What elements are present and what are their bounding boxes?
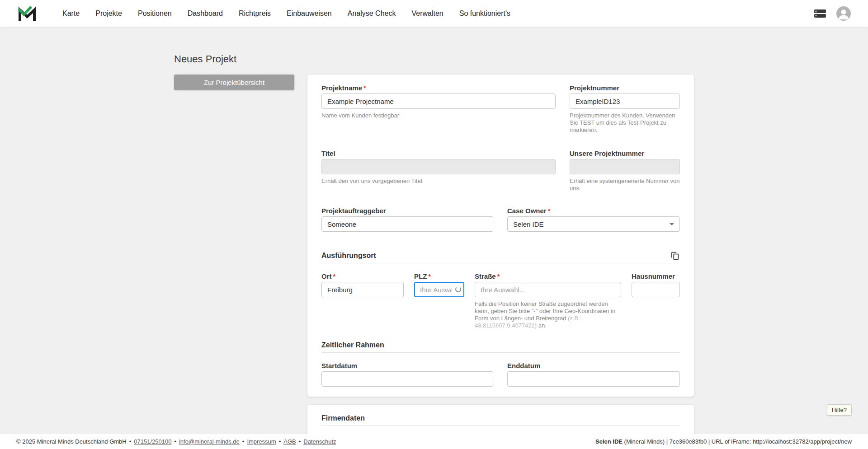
- case-owner-label-text: Case Owner: [507, 207, 547, 215]
- firmendaten-card: Firmendaten: [307, 405, 694, 434]
- nav-item-so-funktionierts[interactable]: So funktioniert's: [459, 0, 510, 27]
- section-divider: [321, 426, 680, 426]
- startdatum-label: Startdatum: [321, 362, 493, 369]
- enddatum-label-text: Enddatum: [507, 362, 540, 369]
- strasse-helper-suffix: an.: [537, 322, 547, 329]
- footer: © 2025 Mineral Minds Deutschland GmbH • …: [0, 434, 868, 449]
- projektname-helper: Name vom Kunden festlegbar: [321, 112, 556, 119]
- user-avatar[interactable]: [836, 6, 851, 21]
- footer-separator: •: [174, 438, 176, 445]
- footer-link-email[interactable]: info@mineral-minds.de: [179, 438, 240, 445]
- ort-label: Ort*: [321, 273, 404, 280]
- footer-separator: •: [242, 438, 245, 445]
- field-plz: PLZ*: [414, 273, 464, 329]
- section-title-ausfuehrungsort: Ausführungsort: [321, 252, 376, 260]
- field-projektnummer: Projektnummer Projektnummer des Kunden. …: [570, 84, 680, 134]
- strasse-helper: Falls die Position keiner Straße zugeord…: [475, 300, 621, 329]
- ort-input[interactable]: [321, 282, 404, 297]
- section-title-firmendaten: Firmendaten: [321, 414, 365, 422]
- footer-session-info: Selen IDE (Mineral Minds) | 7ce360e83fb0…: [595, 438, 852, 445]
- footer-link-phone[interactable]: 07151/250100: [134, 438, 171, 445]
- top-nav: Karte Projekte Positionen Dashboard Rich…: [0, 0, 868, 27]
- field-ort: Ort*: [321, 273, 404, 329]
- main-area: Neues Projekt Zur Projektübersicht Proje…: [0, 27, 868, 434]
- projektnummer-label-text: Projektnummer: [570, 84, 619, 92]
- required-asterisk: *: [548, 207, 551, 215]
- projektname-input[interactable]: [321, 94, 556, 109]
- nav-item-karte[interactable]: Karte: [62, 0, 80, 27]
- projektnummer-helper: Projektnummer des Kunden. Verwenden Sie …: [570, 112, 680, 134]
- footer-link-impressum[interactable]: Impressum: [247, 438, 276, 445]
- section-title-zeitlicher-rahmen: Zeitlicher Rahmen: [321, 341, 384, 349]
- required-asterisk: *: [363, 84, 366, 92]
- copy-icon[interactable]: [670, 251, 680, 261]
- case-owner-select[interactable]: Selen IDE: [507, 216, 680, 232]
- startdatum-label-text: Startdatum: [321, 362, 357, 369]
- footer-link-datenschutz[interactable]: Datenschutz: [303, 438, 336, 445]
- unsere-projektnummer-label-text: Unsere Projektnummer: [570, 150, 644, 157]
- titel-input: [321, 159, 556, 174]
- nav-item-analyse-check[interactable]: Analyse Check: [348, 0, 396, 27]
- required-asterisk: *: [497, 272, 500, 280]
- plz-label: PLZ*: [414, 273, 464, 280]
- server-icon[interactable]: [814, 9, 826, 18]
- nav-item-verwalten[interactable]: Verwalten: [411, 0, 443, 27]
- enddatum-label: Enddatum: [507, 362, 680, 369]
- footer-separator: •: [129, 438, 132, 445]
- unsere-projektnummer-input: [570, 159, 680, 174]
- project-overview-button[interactable]: Zur Projektübersicht: [174, 75, 294, 90]
- nav-item-projekte[interactable]: Projekte: [95, 0, 122, 27]
- nav-item-dashboard[interactable]: Dashboard: [188, 0, 223, 27]
- footer-left: © 2025 Mineral Minds Deutschland GmbH • …: [16, 438, 336, 445]
- field-enddatum: Enddatum: [507, 362, 680, 387]
- strasse-helper-main: Falls die Position keiner Straße zugeord…: [475, 300, 615, 322]
- projektnummer-input[interactable]: [570, 94, 680, 109]
- strasse-label: Straße*: [475, 273, 621, 280]
- projektauftraggeber-input[interactable]: [321, 216, 493, 232]
- field-unsere-projektnummer: Unsere Projektnummer Erhält eine systemg…: [570, 150, 680, 192]
- help-button[interactable]: Hilfe?: [827, 404, 852, 416]
- footer-link-agb[interactable]: AGB: [283, 438, 296, 445]
- field-projektauftraggeber: Projektauftraggeber: [321, 207, 493, 232]
- projektauftraggeber-label: Projektauftraggeber: [321, 207, 493, 215]
- titel-helper: Erhält den von uns vorgegebenen Titel.: [321, 178, 556, 185]
- plz-label-text: PLZ: [414, 272, 427, 280]
- projektname-label: Projektname*: [321, 84, 556, 92]
- nav-item-richtpreis[interactable]: Richtpreis: [239, 0, 271, 27]
- field-titel: Titel Erhält den von uns vorgegebenen Ti…: [321, 150, 556, 192]
- titel-label-text: Titel: [321, 150, 335, 157]
- footer-separator: •: [299, 438, 301, 445]
- nav-item-positionen[interactable]: Positionen: [138, 0, 172, 27]
- ort-label-text: Ort: [321, 272, 332, 280]
- mineral-minds-logo-icon: [17, 5, 37, 23]
- project-form-card: Projektname* Name vom Kunden festlegbar …: [307, 75, 694, 397]
- field-startdatum: Startdatum: [321, 362, 493, 387]
- required-asterisk: *: [333, 272, 336, 280]
- field-case-owner: Case Owner* Selen IDE: [507, 207, 680, 232]
- section-divider: [321, 352, 680, 353]
- hausnummer-label-text: Hausnummer: [632, 272, 675, 280]
- loading-spinner-icon: [455, 286, 461, 292]
- chevron-down-icon: [670, 223, 674, 225]
- case-owner-label: Case Owner*: [507, 207, 680, 215]
- session-user: Selen IDE: [595, 438, 623, 445]
- footer-separator: •: [279, 438, 281, 445]
- required-asterisk: *: [428, 272, 431, 280]
- field-strasse: Straße* Falls die Position keiner Straße…: [475, 273, 621, 329]
- case-owner-selected-value: Selen IDE: [513, 220, 544, 228]
- hausnummer-label: Hausnummer: [632, 273, 680, 280]
- copyright-text: © 2025 Mineral Minds Deutschland GmbH: [16, 438, 127, 445]
- enddatum-input[interactable]: [507, 371, 680, 387]
- page-title: Neues Projekt: [174, 53, 694, 65]
- strasse-label-text: Straße: [475, 272, 496, 280]
- section-divider: [321, 263, 680, 263]
- projektname-label-text: Projektname: [321, 84, 362, 92]
- nav-item-einbauweisen[interactable]: Einbauweisen: [287, 0, 332, 27]
- hausnummer-input[interactable]: [632, 282, 680, 297]
- session-details: (Mineral Minds) | 7ce360e83fb0 | URL of …: [623, 438, 852, 445]
- startdatum-input[interactable]: [321, 371, 493, 387]
- strasse-input[interactable]: [475, 282, 621, 297]
- projektauftraggeber-label-text: Projektauftraggeber: [321, 207, 386, 215]
- app-logo[interactable]: [17, 5, 37, 23]
- unsere-projektnummer-helper: Erhält eine systemgenerierte Nummer von …: [570, 178, 680, 192]
